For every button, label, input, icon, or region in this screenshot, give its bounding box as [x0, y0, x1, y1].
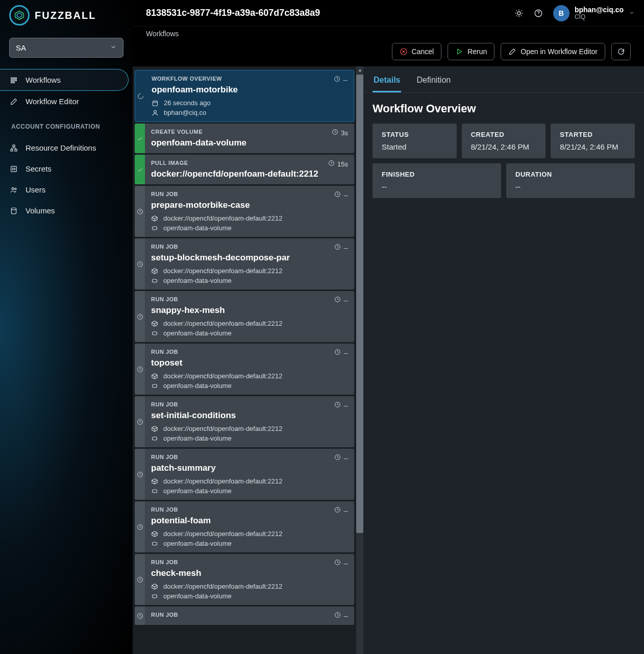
topbar: 8138531c-9877-4f19-a39a-607d7c83a8a9 B b…: [133, 0, 644, 27]
help-button[interactable]: [534, 9, 543, 18]
step-card[interactable]: RUN JOB--setup-blockmesh-decompose-pardo…: [135, 238, 354, 289]
svg-line-17: [516, 10, 517, 11]
step-meta-row: openfoam-data-volume: [151, 487, 348, 495]
tab-definition[interactable]: Definition: [415, 71, 452, 92]
sidebar: FUZZBALL SA WorkflowsWorkflow Editor ACC…: [0, 0, 133, 654]
step-card[interactable]: RUN JOB--prepare-motorbike-casedocker://…: [135, 186, 354, 237]
info-card: FINISHED--: [373, 163, 501, 198]
disk-icon: [151, 277, 158, 284]
step-meta-text: docker://opencfd/openfoam-default:2212: [163, 372, 282, 380]
step-card[interactable]: WORKFLOW OVERVIEW--openfoam-motorbike26 …: [135, 70, 354, 122]
step-card[interactable]: RUN JOB--: [135, 607, 354, 625]
step-duration: --: [334, 454, 348, 462]
sidebar-item-volumes[interactable]: Volumes: [0, 200, 129, 221]
step-meta-text: docker://opencfd/openfoam-default:2212: [163, 530, 282, 538]
step-card[interactable]: RUN JOB--snappy-hex-meshdocker://opencfd…: [135, 291, 354, 342]
clock-icon: [334, 244, 341, 252]
clock-icon: [334, 454, 341, 462]
sidebar-item-secrets[interactable]: Secrets: [0, 158, 129, 179]
disk-icon: [151, 435, 158, 442]
step-meta-row: 26 seconds ago: [152, 99, 348, 107]
step-card[interactable]: CREATE VOLUME3sopenfoam-data-volume: [135, 124, 354, 153]
theme-toggle[interactable]: [514, 9, 524, 18]
step-kind: RUN JOB: [151, 191, 178, 197]
step-title: patch-summary: [151, 463, 348, 473]
tab-details[interactable]: Details: [373, 71, 401, 92]
step-card[interactable]: PULL IMAGE15sdocker://opencfd/openfoam-d…: [135, 155, 354, 184]
step-duration: 15s: [328, 160, 348, 168]
cube-icon: [151, 478, 158, 485]
svg-rect-28: [153, 101, 157, 105]
svg-rect-51: [152, 332, 157, 335]
sidebar-item-workflow-editor[interactable]: Workflow Editor: [0, 91, 129, 112]
scroll-up-icon[interactable]: ▴: [356, 66, 363, 74]
steps-panel: WORKFLOW OVERVIEW--openfoam-motorbike26 …: [133, 66, 363, 654]
org-selector[interactable]: SA: [9, 38, 123, 58]
step-meta-text: openfoam-data-volume: [163, 329, 232, 337]
step-status-stripe: [135, 155, 145, 184]
info-card: DURATION--: [506, 163, 635, 198]
step-duration: --: [334, 349, 348, 357]
cube-icon: [151, 373, 158, 380]
clock-icon: [334, 506, 341, 515]
breadcrumb[interactable]: Workflows: [146, 30, 631, 38]
step-status-stripe: [135, 554, 145, 605]
sidebar-item-label: Workflows: [26, 76, 61, 84]
step-card[interactable]: RUN JOB--patch-summarydocker://opencfd/o…: [135, 449, 354, 500]
step-meta-text: openfoam-data-volume: [163, 434, 232, 442]
info-card-value: --: [382, 182, 492, 191]
svg-rect-69: [152, 490, 157, 493]
step-duration: --: [334, 506, 348, 515]
sidebar-item-workflows[interactable]: Workflows: [0, 69, 129, 91]
users-icon: [9, 186, 18, 194]
cancel-button[interactable]: Cancel: [392, 43, 442, 60]
sidebar-item-resource-definitions[interactable]: Resource Definitions: [0, 137, 129, 158]
step-card[interactable]: RUN JOB--check-meshdocker://opencfd/open…: [135, 554, 354, 605]
org-selector-value: SA: [16, 43, 26, 52]
step-kind: RUN JOB: [151, 401, 178, 407]
user-email: bphan@ciq.co: [575, 6, 624, 14]
edit-icon: [508, 47, 516, 56]
subbar: Workflows Cancel Rerun Open in Workflow …: [133, 27, 644, 66]
svg-line-18: [521, 15, 522, 16]
svg-rect-63: [152, 437, 157, 440]
svg-point-12: [517, 12, 521, 15]
step-kind: RUN JOB: [151, 349, 178, 355]
refresh-button[interactable]: [611, 43, 631, 60]
scroll-thumb[interactable]: [356, 75, 363, 533]
svg-marker-1: [17, 13, 21, 17]
chevron-down-icon: [110, 43, 117, 52]
calendar-icon: [152, 100, 159, 107]
clock-icon: [328, 160, 335, 168]
clock-icon: [334, 76, 340, 84]
step-card[interactable]: RUN JOB--potential-foamdocker://opencfd/…: [135, 501, 354, 552]
rerun-button[interactable]: Rerun: [448, 43, 494, 60]
step-status-stripe: [135, 70, 145, 122]
svg-rect-7: [15, 149, 17, 151]
step-card[interactable]: RUN JOB--set-initial-conditionsdocker://…: [135, 396, 354, 447]
step-status-stripe: [135, 396, 145, 447]
step-status-stripe: [135, 607, 145, 625]
info-card-label: CREATED: [471, 131, 537, 138]
disk-icon: [151, 382, 158, 390]
svg-rect-45: [152, 279, 157, 282]
step-card[interactable]: RUN JOB--toposetdocker://opencfd/openfoa…: [135, 344, 354, 395]
scrollbar[interactable]: ▴: [356, 66, 363, 654]
clock-icon: [334, 191, 341, 199]
help-icon: [534, 9, 543, 18]
user-menu[interactable]: B bphan@ciq.co CIQ: [553, 5, 635, 21]
svg-rect-4: [11, 82, 15, 83]
step-title: toposet: [151, 358, 348, 368]
step-meta-text: openfoam-data-volume: [163, 277, 232, 284]
step-title: set-initial-conditions: [151, 410, 348, 421]
step-title: potential-foam: [151, 516, 348, 526]
sidebar-item-users[interactable]: Users: [0, 179, 129, 200]
sitemap-icon: [9, 144, 18, 152]
open-editor-button[interactable]: Open in Workflow Editor: [501, 43, 605, 60]
brand: FUZZBALL: [0, 0, 133, 33]
step-kind: RUN JOB: [151, 612, 178, 618]
step-kind: RUN JOB: [151, 559, 178, 565]
secret-icon: [9, 165, 18, 173]
svg-rect-81: [152, 595, 157, 598]
svg-point-32: [154, 110, 157, 113]
